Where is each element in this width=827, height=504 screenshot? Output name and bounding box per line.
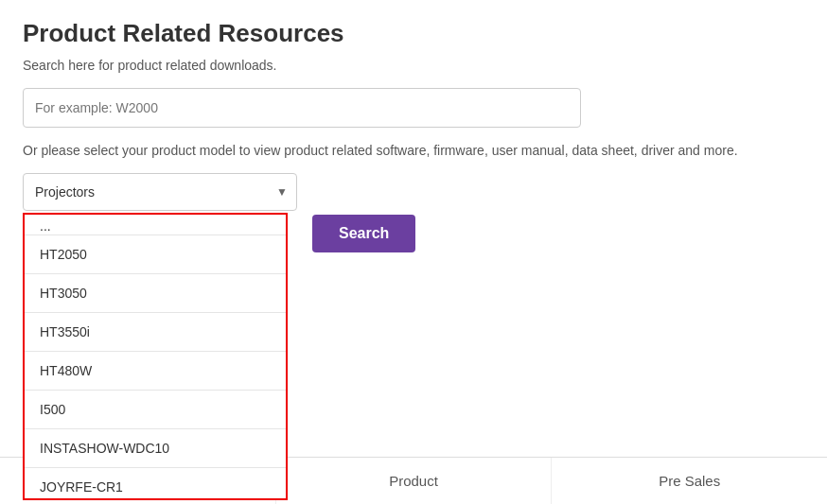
main-content: Product Related Resources Search here fo… (0, 0, 827, 328)
list-item[interactable]: INSTASHOW-WDC10 (25, 429, 286, 468)
dropdown-item-partial: ... (25, 215, 286, 235)
list-item[interactable]: HT480W (25, 352, 286, 391)
list-item[interactable]: HT3050 (25, 274, 286, 313)
page-title: Product Related Resources (23, 19, 804, 48)
dropdown-wrapper: Projectors Flat Panel Displays Monitors … (23, 173, 297, 211)
search-input[interactable] (23, 88, 581, 128)
search-button[interactable]: Search (312, 215, 415, 252)
list-item[interactable]: HT3550i (25, 313, 286, 352)
dropdown-list-overlay: ... HT2050 HT3050 HT3550i HT480W I500 IN… (23, 213, 288, 500)
instruction-text: Or please select your product model to v… (23, 143, 799, 158)
dropdown-list[interactable]: ... HT2050 HT3050 HT3550i HT480W I500 IN… (25, 215, 286, 498)
tab-product[interactable]: Product (276, 458, 553, 504)
tab-presales[interactable]: Pre Sales (552, 458, 827, 504)
category-dropdown[interactable]: Projectors Flat Panel Displays Monitors … (23, 173, 297, 211)
list-item[interactable]: HT2050 (25, 235, 286, 274)
subtitle: Search here for product related download… (23, 58, 804, 73)
list-item[interactable]: JOYRFE-CR1 (25, 468, 286, 498)
select-row: Projectors Flat Panel Displays Monitors … (23, 173, 804, 252)
list-item[interactable]: I500 (25, 391, 286, 429)
